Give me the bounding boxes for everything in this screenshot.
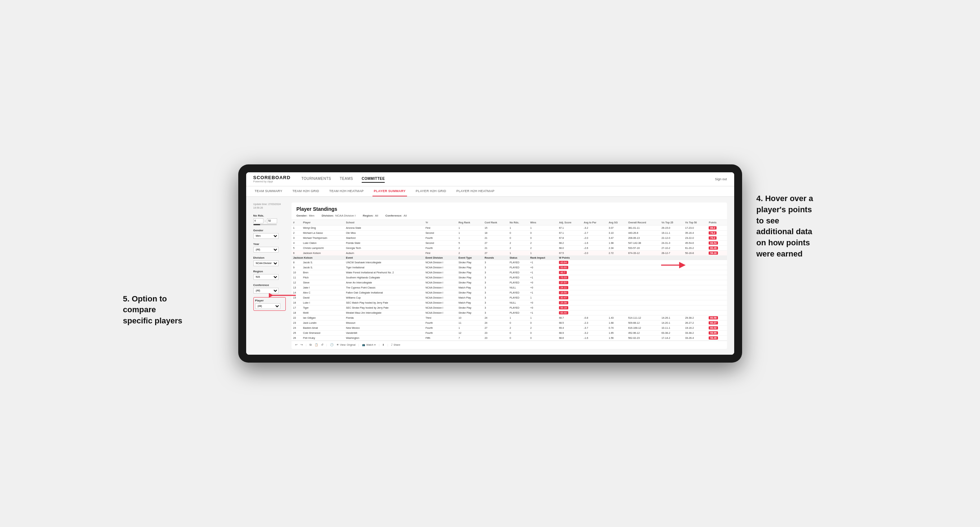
cell-vs-top25: 27-10-2: [660, 245, 683, 250]
cell-yr: Third: [423, 315, 457, 320]
chevron-down-icon: ▾: [374, 344, 376, 346]
annotation-left: 5. Option tocomparespecific players: [123, 294, 224, 327]
nav-teams[interactable]: TEAMS: [340, 175, 353, 183]
filter-bar-region-value: All: [375, 214, 378, 217]
popup-cell-player: Mottl: [301, 310, 344, 315]
filter-region-select[interactable]: N/A: [253, 274, 278, 280]
filter-division-select[interactable]: NCAA Division I: [253, 260, 278, 266]
pink-arrow-left: [269, 290, 298, 301]
popup-cell-rank: +1: [528, 310, 557, 315]
filter-no-rds-min[interactable]: [253, 218, 263, 224]
cell-adj-score: 68.0: [557, 245, 582, 250]
sub-nav-team-summary[interactable]: TEAM SUMMARY: [253, 186, 284, 197]
view-original-btn[interactable]: 👁 View: Original: [337, 344, 356, 346]
filter-conference-label: Conference: [253, 284, 286, 287]
filter-gender-label: Gender: [253, 229, 286, 232]
cell-school: Ole Miss: [344, 230, 423, 235]
clock-icon: 🕐: [330, 343, 334, 346]
filter-region: Region N/A: [253, 270, 286, 280]
cell-school: Washington: [344, 335, 423, 340]
cell-school: Stanford: [344, 235, 423, 240]
cell-points[interactable]: 76.2: [707, 230, 727, 235]
cell-adj-score: 67.5: [557, 250, 582, 256]
popup-row: 10 Bren Wake Forest Invitational at Pine…: [291, 270, 727, 275]
cell-reg-rank: 5: [457, 240, 483, 245]
cell-adj-score: 68.6: [557, 335, 582, 340]
cell-rank: 24: [291, 325, 302, 330]
share-btn[interactable]: ⤴ Share: [391, 344, 401, 346]
copy-icon[interactable]: ⧉: [310, 343, 312, 347]
filter-division: Division NCAA Division I: [253, 256, 286, 266]
paste-icon[interactable]: 📋: [315, 343, 318, 346]
cell-points[interactable]: 70.2: [707, 235, 727, 240]
cell-vs-top50: 26-27-2: [683, 320, 707, 325]
filter-year-select[interactable]: (All): [253, 247, 278, 252]
popup-row: 17 Tiger SEC Stroke Play hosted by Jerry…: [291, 305, 727, 310]
th-school: School: [344, 220, 423, 225]
popup-cell-num: 11: [291, 275, 302, 280]
cell-points[interactable]: 59.95: [707, 330, 727, 335]
cell-points[interactable]: 60.49: [707, 245, 727, 250]
cell-points[interactable]: 60.02: [707, 325, 727, 330]
popup-cell-division: NCAA Division I: [423, 310, 457, 315]
filter-bar-gender: Gender: Men: [297, 214, 315, 217]
cell-points[interactable]: 60.58: [707, 315, 727, 320]
popup-cell-event: Wake Forest Invitational at Pinehurst No…: [344, 270, 423, 275]
popup-cell-status: NULL: [508, 300, 528, 305]
cell-points[interactable]: 88.2: [707, 225, 727, 230]
popup-cell-status: PLAYED: [508, 280, 528, 285]
sub-nav-player-summary[interactable]: PLAYER SUMMARY: [372, 186, 407, 197]
cell-points[interactable]: 58.18: [707, 250, 727, 256]
cell-school: Auburn: [344, 250, 423, 256]
content-footer: ↩ ↪ | ⧉ 📋 ↺ | 🕐 👁 View: Original: [291, 341, 727, 349]
sign-out-link[interactable]: Sign out: [715, 177, 727, 181]
nav-tournaments[interactable]: TOURNAMENTS: [301, 175, 331, 183]
filter-gender-select[interactable]: Men: [253, 233, 278, 239]
cell-reg-rank: 7: [457, 335, 483, 340]
pink-arrow-right: [661, 260, 690, 270]
popup-cell-rounds: 3: [483, 275, 508, 280]
popup-cell-type: Stroke Play: [457, 290, 483, 295]
filter-player-select[interactable]: (All): [255, 303, 280, 309]
cell-to-par: -2.0: [582, 250, 607, 256]
sub-nav-team-h2h-grid[interactable]: TEAM H2H GRID: [291, 186, 320, 197]
cell-school: Vanderbilt: [344, 330, 423, 335]
popup-header-status: Status: [508, 256, 528, 260]
popup-cell-rank: +0: [528, 265, 557, 270]
cell-points[interactable]: 68.54: [707, 240, 727, 245]
cell-reg-rank: 1: [457, 235, 483, 240]
cell-yr: Second: [423, 230, 457, 235]
popup-cell-points: 46.7: [557, 270, 727, 275]
nav-committee[interactable]: COMMITTEE: [362, 175, 385, 183]
cell-vs-top25: 19-11-1: [660, 230, 683, 235]
cell-no-rds: 0: [508, 320, 528, 325]
filter-bar: Gender: Men Division: NCAA Division I Re…: [297, 214, 722, 217]
filter-no-rds-max[interactable]: [267, 218, 277, 224]
cell-vs-top25: 10-11-1: [660, 325, 683, 330]
cell-no-rds: 0: [508, 230, 528, 235]
annotation-right: 4. Hover over aplayer's pointsto seeaddi…: [757, 193, 893, 260]
sub-nav-player-h2h-grid[interactable]: PLAYER H2H GRID: [414, 186, 448, 197]
popup-cell-status: PLAYED: [508, 305, 528, 310]
cell-to-par: -1.6: [582, 240, 607, 245]
sub-nav-team-h2h-heatmap[interactable]: TEAM H2H HEATMAP: [328, 186, 365, 197]
cell-avg-sg: 2.72: [607, 250, 626, 256]
cell-adj-score: 67.1: [557, 225, 582, 230]
cell-school: Arizona State: [344, 225, 423, 230]
popup-cell-event: The Cypress Point Classic: [344, 285, 423, 290]
watch-btn[interactable]: 📺 Watch ▾: [362, 344, 376, 346]
filter-slider-fill: [253, 224, 261, 225]
popup-header-rank: Rank Impact: [528, 256, 557, 260]
popup-cell-rounds: 3: [483, 265, 508, 270]
sub-nav-player-h2h-heatmap[interactable]: PLAYER H2H HEATMAP: [455, 186, 496, 197]
redo-icon[interactable]: ↪: [301, 343, 303, 346]
cell-rank: 22: [291, 315, 302, 320]
refresh-icon[interactable]: ↺: [321, 343, 323, 346]
filter-slider[interactable]: [253, 224, 277, 225]
table-section: # Player School Yr Reg Rank Conf Rank No…: [291, 220, 727, 341]
cell-points[interactable]: 58.49: [707, 335, 727, 340]
undo-icon[interactable]: ↩: [295, 343, 298, 346]
download-btn[interactable]: ⬇: [382, 344, 384, 346]
popup-cell-type: Stroke Play: [457, 260, 483, 265]
cell-points[interactable]: 60.27: [707, 320, 727, 325]
